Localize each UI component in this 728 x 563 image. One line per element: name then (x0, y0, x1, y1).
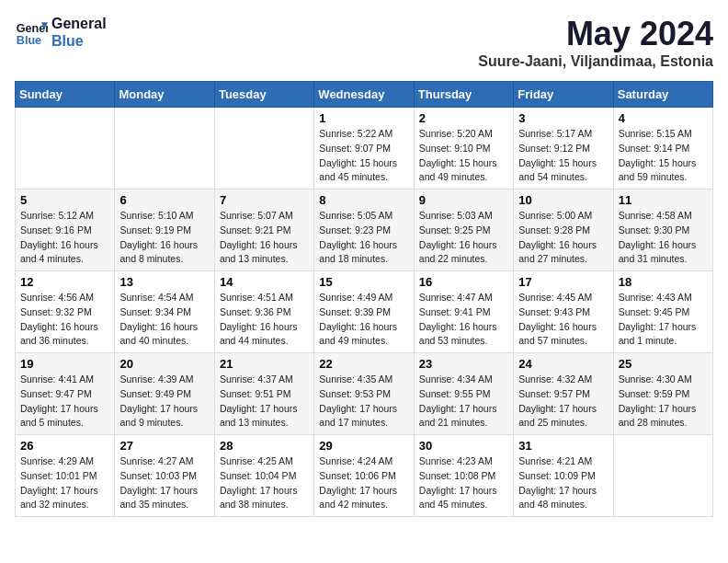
svg-text:Blue: Blue (17, 34, 41, 47)
calendar-cell: 7Sunrise: 5:07 AM Sunset: 9:21 PM Daylig… (214, 190, 313, 271)
calendar-cell: 20Sunrise: 4:39 AM Sunset: 9:49 PM Dayli… (115, 353, 214, 435)
calendar-cell: 26Sunrise: 4:29 AM Sunset: 10:01 PM Dayl… (16, 435, 115, 517)
calendar-cell: 31Sunrise: 4:21 AM Sunset: 10:09 PM Dayl… (514, 435, 613, 517)
day-number: 30 (419, 439, 508, 453)
day-info: Sunrise: 5:17 AM Sunset: 9:12 PM Dayligh… (518, 127, 608, 185)
day-info: Sunrise: 4:30 AM Sunset: 9:59 PM Dayligh… (619, 373, 708, 431)
day-number: 28 (220, 439, 309, 453)
day-number: 2 (419, 111, 508, 125)
day-number: 14 (220, 275, 309, 289)
week-row-2: 5Sunrise: 5:12 AM Sunset: 9:16 PM Daylig… (16, 190, 713, 271)
calendar-cell: 29Sunrise: 4:24 AM Sunset: 10:06 PM Dayl… (314, 435, 414, 517)
calendar-cell: 14Sunrise: 4:51 AM Sunset: 9:36 PM Dayli… (214, 271, 313, 353)
header-day-wednesday: Wednesday (314, 82, 414, 108)
day-number: 31 (518, 439, 608, 453)
logo-line2: Blue (51, 32, 107, 50)
header-day-friday: Friday (514, 82, 613, 108)
day-info: Sunrise: 5:07 AM Sunset: 9:21 PM Dayligh… (220, 209, 309, 267)
day-info: Sunrise: 4:21 AM Sunset: 10:09 PM Daylig… (518, 454, 608, 512)
header: General Blue General Blue May 2024 Suure… (15, 15, 713, 70)
day-number: 21 (220, 357, 309, 371)
header-day-saturday: Saturday (613, 82, 712, 108)
day-number: 27 (119, 439, 209, 453)
calendar-cell: 17Sunrise: 4:45 AM Sunset: 9:43 PM Dayli… (514, 271, 613, 353)
day-number: 18 (619, 275, 708, 289)
title-area: May 2024 Suure-Jaani, Viljandimaa, Eston… (478, 15, 713, 70)
day-info: Sunrise: 5:10 AM Sunset: 9:19 PM Dayligh… (119, 209, 209, 267)
day-number: 22 (319, 357, 408, 371)
day-number: 25 (619, 357, 708, 371)
calendar-cell: 9Sunrise: 5:03 AM Sunset: 9:25 PM Daylig… (414, 190, 513, 271)
day-info: Sunrise: 4:35 AM Sunset: 9:53 PM Dayligh… (319, 373, 408, 431)
calendar-cell: 15Sunrise: 4:49 AM Sunset: 9:39 PM Dayli… (314, 271, 414, 353)
day-number: 15 (319, 275, 408, 289)
day-info: Sunrise: 5:00 AM Sunset: 9:28 PM Dayligh… (518, 209, 608, 267)
calendar-cell: 3Sunrise: 5:17 AM Sunset: 9:12 PM Daylig… (514, 108, 613, 190)
day-number: 6 (119, 193, 209, 207)
day-info: Sunrise: 4:49 AM Sunset: 9:39 PM Dayligh… (319, 291, 408, 349)
day-number: 1 (319, 111, 408, 125)
day-number: 26 (20, 439, 109, 453)
day-info: Sunrise: 5:22 AM Sunset: 9:07 PM Dayligh… (319, 127, 408, 185)
day-number: 10 (518, 193, 608, 207)
day-number: 7 (220, 193, 309, 207)
logo-icon: General Blue (15, 16, 48, 49)
day-info: Sunrise: 4:25 AM Sunset: 10:04 PM Daylig… (220, 454, 309, 512)
day-info: Sunrise: 4:51 AM Sunset: 9:36 PM Dayligh… (220, 291, 309, 349)
day-info: Sunrise: 4:34 AM Sunset: 9:55 PM Dayligh… (419, 373, 508, 431)
day-info: Sunrise: 4:39 AM Sunset: 9:49 PM Dayligh… (119, 373, 209, 431)
calendar-cell: 10Sunrise: 5:00 AM Sunset: 9:28 PM Dayli… (514, 190, 613, 271)
calendar-cell: 2Sunrise: 5:20 AM Sunset: 9:10 PM Daylig… (414, 108, 513, 190)
week-row-3: 12Sunrise: 4:56 AM Sunset: 9:32 PM Dayli… (16, 271, 713, 353)
day-number: 23 (419, 357, 508, 371)
calendar-cell (16, 108, 115, 190)
calendar-cell (115, 108, 214, 190)
day-number: 9 (419, 193, 508, 207)
day-number: 19 (20, 357, 109, 371)
day-number: 11 (619, 193, 708, 207)
day-info: Sunrise: 5:03 AM Sunset: 9:25 PM Dayligh… (419, 209, 508, 267)
calendar-cell: 8Sunrise: 5:05 AM Sunset: 9:23 PM Daylig… (314, 190, 414, 271)
calendar-cell: 21Sunrise: 4:37 AM Sunset: 9:51 PM Dayli… (214, 353, 313, 435)
day-number: 8 (319, 193, 408, 207)
day-info: Sunrise: 4:23 AM Sunset: 10:08 PM Daylig… (419, 454, 508, 512)
page-title: May 2024 (478, 15, 713, 53)
calendar-cell: 6Sunrise: 5:10 AM Sunset: 9:19 PM Daylig… (115, 190, 214, 271)
day-number: 5 (20, 193, 109, 207)
day-info: Sunrise: 4:37 AM Sunset: 9:51 PM Dayligh… (220, 373, 309, 431)
day-info: Sunrise: 4:41 AM Sunset: 9:47 PM Dayligh… (20, 373, 109, 431)
day-number: 24 (518, 357, 608, 371)
calendar-cell: 25Sunrise: 4:30 AM Sunset: 9:59 PM Dayli… (613, 353, 712, 435)
header-day-tuesday: Tuesday (214, 82, 313, 108)
header-day-thursday: Thursday (414, 82, 513, 108)
logo-line1: General (51, 15, 107, 32)
day-info: Sunrise: 4:29 AM Sunset: 10:01 PM Daylig… (20, 454, 109, 512)
calendar-cell (214, 108, 313, 190)
calendar-cell: 12Sunrise: 4:56 AM Sunset: 9:32 PM Dayli… (16, 271, 115, 353)
calendar-cell: 4Sunrise: 5:15 AM Sunset: 9:14 PM Daylig… (613, 108, 712, 190)
day-info: Sunrise: 4:56 AM Sunset: 9:32 PM Dayligh… (20, 291, 109, 349)
calendar-cell: 22Sunrise: 4:35 AM Sunset: 9:53 PM Dayli… (314, 353, 414, 435)
calendar-cell: 13Sunrise: 4:54 AM Sunset: 9:34 PM Dayli… (115, 271, 214, 353)
day-number: 12 (20, 275, 109, 289)
calendar-cell: 23Sunrise: 4:34 AM Sunset: 9:55 PM Dayli… (414, 353, 513, 435)
day-info: Sunrise: 4:27 AM Sunset: 10:03 PM Daylig… (119, 454, 209, 512)
day-number: 20 (119, 357, 209, 371)
week-row-1: 1Sunrise: 5:22 AM Sunset: 9:07 PM Daylig… (16, 108, 713, 190)
day-info: Sunrise: 4:47 AM Sunset: 9:41 PM Dayligh… (419, 291, 508, 349)
day-info: Sunrise: 4:54 AM Sunset: 9:34 PM Dayligh… (119, 291, 209, 349)
calendar-cell: 18Sunrise: 4:43 AM Sunset: 9:45 PM Dayli… (613, 271, 712, 353)
day-info: Sunrise: 4:45 AM Sunset: 9:43 PM Dayligh… (518, 291, 608, 349)
day-info: Sunrise: 4:58 AM Sunset: 9:30 PM Dayligh… (619, 209, 708, 267)
calendar-cell: 16Sunrise: 4:47 AM Sunset: 9:41 PM Dayli… (414, 271, 513, 353)
logo: General Blue General Blue (15, 15, 107, 50)
calendar-header: SundayMondayTuesdayWednesdayThursdayFrid… (16, 82, 713, 108)
week-row-5: 26Sunrise: 4:29 AM Sunset: 10:01 PM Dayl… (16, 435, 713, 517)
day-number: 29 (319, 439, 408, 453)
day-number: 13 (119, 275, 209, 289)
calendar-cell: 19Sunrise: 4:41 AM Sunset: 9:47 PM Dayli… (16, 353, 115, 435)
header-day-monday: Monday (115, 82, 214, 108)
day-info: Sunrise: 5:20 AM Sunset: 9:10 PM Dayligh… (419, 127, 508, 185)
day-info: Sunrise: 5:05 AM Sunset: 9:23 PM Dayligh… (319, 209, 408, 267)
day-number: 3 (518, 111, 608, 125)
